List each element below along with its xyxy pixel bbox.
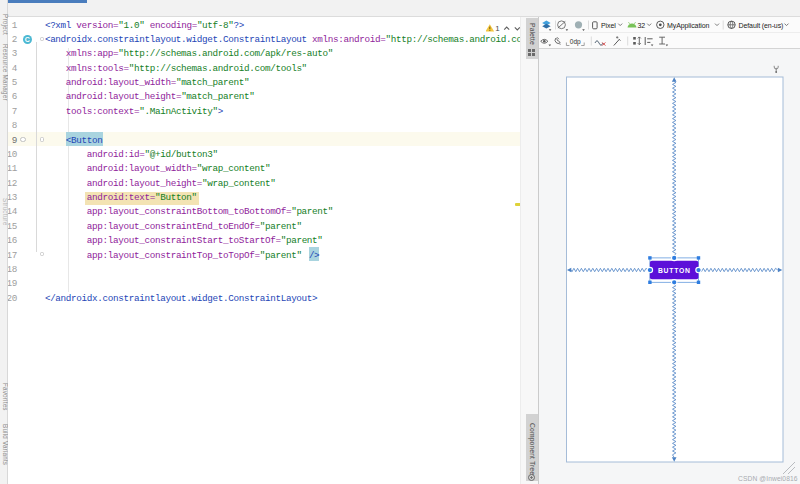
svg-text:1: 1 bbox=[495, 25, 500, 34]
svg-text:BUTTON: BUTTON bbox=[658, 267, 691, 274]
